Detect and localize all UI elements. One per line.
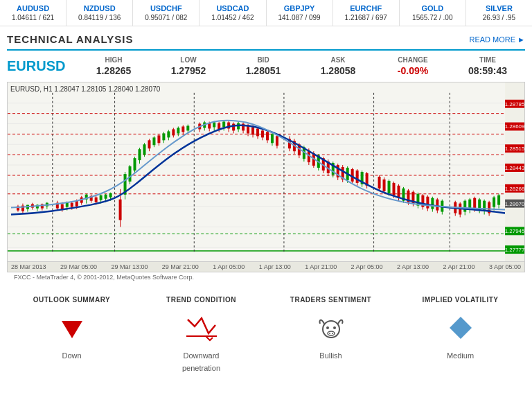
trend-down-icon <box>185 314 218 342</box>
svg-rect-87 <box>181 127 184 132</box>
svg-rect-123 <box>276 136 278 146</box>
svg-point-230 <box>332 333 333 334</box>
svg-rect-61 <box>119 200 122 220</box>
stat-time-value: 08:59:43 <box>456 65 520 76</box>
svg-rect-179 <box>426 197 429 209</box>
svg-rect-101 <box>222 122 225 128</box>
outlook-title-trend: TREND CONDITION <box>136 296 266 304</box>
ticker-item-5[interactable]: EURCHF 1.21687 / 697 <box>333 0 400 26</box>
svg-text:1.28443: 1.28443 <box>505 165 524 171</box>
svg-point-227 <box>333 326 336 329</box>
ticker-item-1[interactable]: NZDUSD 0.84119 / 136 <box>66 0 133 26</box>
ticker-value-6: 1565.72 / .00 <box>402 14 463 21</box>
svg-rect-163 <box>388 181 391 193</box>
stat-high: HIGH 1.28265 <box>76 56 151 76</box>
stat-bid-label: BID <box>231 56 295 64</box>
outlook-title-sentiment: TRADERS SENTIMENT <box>266 296 396 304</box>
outlook-icon-volatility <box>396 312 525 343</box>
svg-text:1.28609: 1.28609 <box>505 124 524 130</box>
xaxis-label-1: 29 Mar 05:00 <box>60 263 97 270</box>
svg-rect-99 <box>218 123 220 130</box>
stat-high-value: 1.28265 <box>82 65 145 76</box>
svg-text:1.28268: 1.28268 <box>505 186 524 192</box>
svg-rect-43 <box>71 203 73 207</box>
outlook-item-summary: OUTLOOK SUMMARY Down <box>7 296 136 374</box>
ticker-item-0[interactable]: AUDUSD 1.04611 / 621 <box>0 0 66 26</box>
xaxis-label-5: 1 Apr 13:00 <box>259 263 291 270</box>
ticker-value-2: 0.95071 / 082 <box>136 14 196 21</box>
stat-ask: ASK 1.28058 <box>301 56 375 76</box>
instrument-name: EURUSD <box>7 58 76 74</box>
svg-rect-85 <box>177 128 179 133</box>
xaxis-label-4: 1 Apr 05:00 <box>213 263 245 270</box>
ticker-item-3[interactable]: USDCAD 1.01452 / 462 <box>200 0 266 26</box>
svg-text:1.28785: 1.28785 <box>505 101 524 107</box>
ticker-item-2[interactable]: USDCHF 0.95071 / 082 <box>133 0 200 26</box>
ticker-item-7[interactable]: SILVER 26.93 / .95 <box>466 0 532 26</box>
svg-rect-83 <box>172 129 175 135</box>
ticker-value-1: 0.84119 / 136 <box>69 14 130 21</box>
section-title: TECHNICAL ANALYSIS <box>7 33 133 45</box>
ticker-value-4: 141.087 / 099 <box>269 14 330 21</box>
svg-point-226 <box>326 326 329 329</box>
svg-rect-203 <box>493 198 495 207</box>
stat-change: CHANGE -0.09% <box>375 56 450 76</box>
svg-text:1.27945: 1.27945 <box>505 228 524 234</box>
diamond-icon <box>447 314 475 342</box>
svg-rect-71 <box>143 144 145 155</box>
svg-point-229 <box>329 333 330 334</box>
arrow-down-icon <box>58 314 86 342</box>
stat-low-label: LOW <box>157 56 220 64</box>
svg-rect-81 <box>167 131 170 137</box>
svg-rect-165 <box>393 183 396 195</box>
svg-text:1.28515: 1.28515 <box>505 146 524 152</box>
ticker-bar: AUDUSD 1.04611 / 621 NZDUSD 0.84119 / 13… <box>0 0 532 26</box>
svg-rect-121 <box>271 134 274 143</box>
outlook-container: OUTLOOK SUMMARY Down TREND CONDITION Dow… <box>0 286 532 381</box>
svg-rect-0 <box>8 82 524 261</box>
xaxis-label-2: 29 Mar 13:00 <box>111 263 148 270</box>
xaxis-label-9: 2 Apr 21:00 <box>443 263 475 270</box>
ticker-symbol-4: GBPJPY <box>269 4 330 12</box>
ticker-item-4[interactable]: GBPJPY 141.087 / 099 <box>267 0 333 26</box>
ticker-symbol-1: NZDUSD <box>69 4 130 12</box>
chart-credit: FXCC - MetaTrader 4, © 2001-2012, MetaQu… <box>7 272 525 282</box>
svg-rect-65 <box>129 166 132 182</box>
svg-marker-231 <box>450 317 472 339</box>
svg-rect-89 <box>186 126 189 131</box>
xaxis-label-0: 28 Mar 2013 <box>11 263 46 270</box>
read-more-link[interactable]: READ MORE ► <box>469 35 525 44</box>
svg-rect-161 <box>383 180 386 191</box>
ticker-symbol-0: AUDUSD <box>3 4 63 12</box>
xaxis-label-7: 2 Apr 05:00 <box>351 263 383 270</box>
svg-rect-69 <box>138 149 141 160</box>
outlook-label-summary: Down <box>62 351 81 360</box>
stat-high-label: HIGH <box>82 56 145 64</box>
stat-change-label: CHANGE <box>381 56 445 64</box>
stat-bid-value: 1.28051 <box>231 65 295 76</box>
ticker-symbol-3: USDCAD <box>202 4 263 12</box>
stat-time: TIME 08:59:43 <box>450 56 525 76</box>
outlook-label-sentiment: Bullish <box>319 351 342 360</box>
bull-icon <box>316 314 346 342</box>
svg-rect-79 <box>162 133 165 140</box>
outlook-label-trend: Downward penetration <box>182 351 220 372</box>
outlook-label-volatility: Medium <box>447 351 474 360</box>
svg-rect-113 <box>251 128 254 135</box>
svg-rect-117 <box>261 130 264 137</box>
svg-rect-39 <box>61 204 64 209</box>
outlook-title-volatility: IMPLIED VOLATILITY <box>396 296 525 304</box>
svg-point-228 <box>328 331 335 335</box>
xaxis-label-10: 3 Apr 05:00 <box>489 263 521 270</box>
svg-rect-181 <box>431 198 434 209</box>
chart-svg: 1.28785 1.28609 1.28515 1.28443 1.28268 … <box>8 82 524 261</box>
svg-rect-67 <box>134 158 136 170</box>
ticker-item-6[interactable]: GOLD 1565.72 / .00 <box>400 0 466 26</box>
outlook-title-summary: OUTLOOK SUMMARY <box>7 296 136 304</box>
ticker-symbol-5: EURCHF <box>336 4 396 12</box>
svg-rect-59 <box>109 193 112 198</box>
svg-rect-75 <box>152 137 155 145</box>
stat-low: LOW 1.27952 <box>151 56 226 76</box>
ticker-value-5: 1.21687 / 697 <box>336 14 396 21</box>
stat-change-value: -0.09% <box>381 65 445 76</box>
